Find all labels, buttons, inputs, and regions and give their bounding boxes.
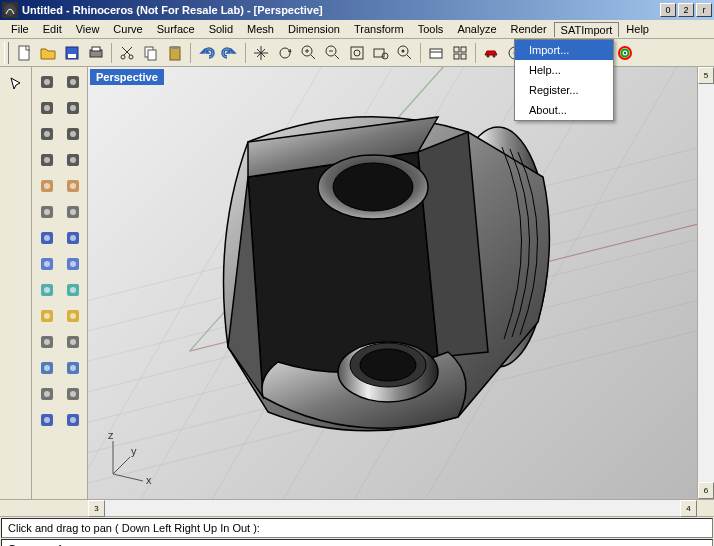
menu-dimension[interactable]: Dimension [281, 21, 347, 37]
restore-button[interactable]: 2 [678, 3, 694, 17]
explode-icon[interactable] [35, 226, 59, 250]
menu-render[interactable]: Render [504, 21, 554, 37]
horizontal-scrollbar[interactable]: 3 4 [0, 499, 714, 516]
scroll-right-button[interactable]: 4 [680, 500, 697, 517]
undo-icon[interactable] [194, 41, 218, 65]
explode2-icon[interactable] [61, 304, 85, 328]
gear-icon[interactable] [35, 304, 59, 328]
colors-icon[interactable] [61, 356, 85, 380]
plane-icon[interactable] [61, 174, 85, 198]
curve2-icon[interactable] [35, 382, 59, 406]
scroll-track-h[interactable] [105, 500, 680, 516]
dropdown-item-help[interactable]: Help... [515, 60, 613, 80]
zoom-out-icon[interactable] [321, 41, 345, 65]
corner-icon[interactable] [35, 200, 59, 224]
main-area: Perspective [0, 67, 714, 499]
viewport-label[interactable]: Perspective [90, 69, 164, 85]
satimport-menu-dropdown: Import...Help...Register...About... [514, 39, 614, 121]
open-file-icon[interactable] [36, 41, 60, 65]
named-view-icon[interactable] [424, 41, 448, 65]
vertical-scrollbar[interactable]: 5 6 [697, 67, 714, 499]
curve3-icon[interactable] [61, 382, 85, 406]
redo-icon[interactable] [218, 41, 242, 65]
scroll-track-v[interactable] [698, 84, 714, 482]
cylinder-icon[interactable] [35, 278, 59, 302]
svg-point-55 [44, 209, 50, 215]
copy-icon[interactable] [139, 41, 163, 65]
menu-transform[interactable]: Transform [347, 21, 411, 37]
command-line[interactable]: Command: [1, 539, 713, 546]
menu-curve[interactable]: Curve [106, 21, 149, 37]
menu-surface[interactable]: Surface [150, 21, 202, 37]
svg-point-35 [44, 79, 50, 85]
svg-point-59 [44, 235, 50, 241]
svg-point-77 [70, 339, 76, 345]
surface-icon[interactable] [35, 174, 59, 198]
layers-rainbow-icon[interactable] [613, 41, 637, 65]
svg-point-75 [44, 339, 50, 345]
menu-help[interactable]: Help [619, 21, 656, 37]
print-icon[interactable] [84, 41, 108, 65]
window-title: Untitled - Rhinoceros (Not For Resale La… [22, 4, 660, 16]
menu-mesh[interactable]: Mesh [240, 21, 281, 37]
arc-icon[interactable] [61, 96, 85, 120]
text2-icon[interactable] [61, 408, 85, 432]
scroll-down-button[interactable]: 6 [698, 482, 714, 499]
toolbar-handle[interactable] [4, 42, 9, 64]
polyline-icon[interactable] [61, 70, 85, 94]
new-file-icon[interactable] [12, 41, 36, 65]
zoom-window-icon[interactable] [369, 41, 393, 65]
rectangle-icon[interactable] [35, 122, 59, 146]
circle-icon[interactable] [35, 96, 59, 120]
svg-rect-9 [148, 50, 156, 60]
measure2-icon[interactable] [61, 330, 85, 354]
text-icon[interactable] [35, 408, 59, 432]
sphere-icon[interactable] [61, 252, 85, 276]
svg-rect-11 [172, 46, 178, 49]
viewport-perspective[interactable]: Perspective [88, 67, 697, 499]
line-icon[interactable] [61, 200, 85, 224]
menu-file[interactable]: File [4, 21, 36, 37]
toolbar-separator [245, 43, 246, 63]
menu-tools[interactable]: Tools [411, 21, 451, 37]
zoom-in-icon[interactable] [297, 41, 321, 65]
svg-point-39 [44, 105, 50, 111]
measure-icon[interactable] [35, 330, 59, 354]
menu-solid[interactable]: Solid [202, 21, 240, 37]
minimize-button[interactable]: 0 [660, 3, 676, 17]
scroll-up-button[interactable]: 5 [698, 67, 714, 84]
rotate-icon[interactable] [35, 148, 59, 172]
zoom-selected-icon[interactable] [393, 41, 417, 65]
cut-icon[interactable] [115, 41, 139, 65]
rotate-view-icon[interactable] [273, 41, 297, 65]
axis-z-label: z [108, 429, 114, 441]
dropdown-item-register[interactable]: Register... [515, 80, 613, 100]
zoom-extents-icon[interactable] [345, 41, 369, 65]
pan-icon[interactable] [249, 41, 273, 65]
4view-icon[interactable] [448, 41, 472, 65]
polygon-icon[interactable] [61, 122, 85, 146]
save-icon[interactable] [60, 41, 84, 65]
svg-point-6 [121, 55, 125, 59]
menu-analyze[interactable]: Analyze [450, 21, 503, 37]
point-icon[interactable] [35, 70, 59, 94]
color-icon[interactable] [35, 356, 59, 380]
svg-line-111 [113, 474, 143, 481]
dropdown-item-import[interactable]: Import... [515, 40, 613, 60]
menu-edit[interactable]: Edit [36, 21, 69, 37]
box-icon[interactable] [35, 252, 59, 276]
close-button[interactable]: r [696, 3, 712, 17]
car-icon[interactable] [479, 41, 503, 65]
menu-satimport[interactable]: SATImport [554, 22, 620, 37]
status-area: Click and drag to pan ( Down Left Right … [0, 516, 714, 546]
offset-icon[interactable] [61, 226, 85, 250]
pipe-icon[interactable] [61, 278, 85, 302]
scroll-left-button[interactable]: 3 [88, 500, 105, 517]
dropdown-item-about[interactable]: About... [515, 100, 613, 120]
arrow-select-icon[interactable] [3, 72, 29, 96]
curve-icon[interactable] [61, 148, 85, 172]
paste-icon[interactable] [163, 41, 187, 65]
svg-rect-15 [351, 47, 363, 59]
menu-view[interactable]: View [69, 21, 107, 37]
svg-point-107 [333, 163, 413, 211]
